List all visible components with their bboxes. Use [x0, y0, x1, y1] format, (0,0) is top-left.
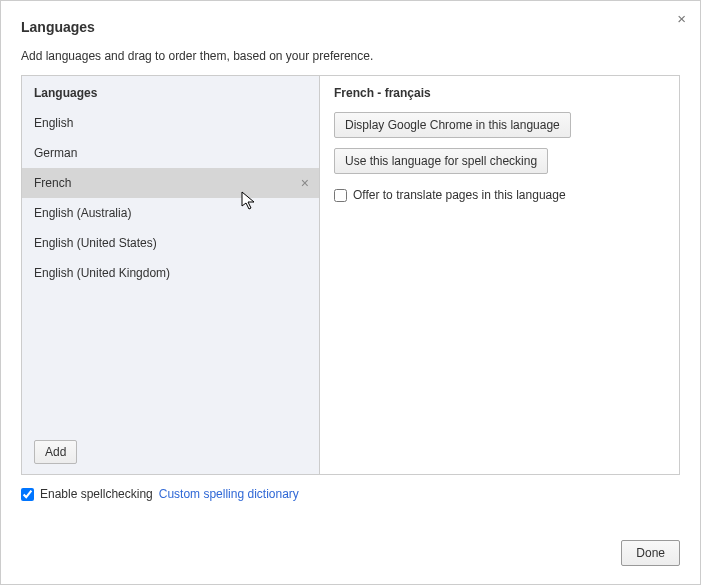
offer-translate-label: Offer to translate pages in this languag…: [353, 188, 566, 202]
language-item[interactable]: English: [22, 108, 319, 138]
language-item-label: French: [34, 176, 71, 190]
remove-language-icon[interactable]: ×: [301, 176, 309, 190]
add-language-button[interactable]: Add: [34, 440, 77, 464]
languages-list-header: Languages: [22, 76, 319, 108]
spellcheck-row: Enable spellchecking Custom spelling dic…: [21, 487, 680, 501]
enable-spellcheck-checkbox[interactable]: [21, 488, 34, 501]
selected-language-title: French - français: [334, 86, 665, 100]
languages-list: EnglishGermanFrench×English (Australia)E…: [22, 108, 319, 430]
languages-dialog: × Languages Add languages and drag to or…: [1, 1, 700, 584]
close-icon[interactable]: ×: [677, 11, 686, 26]
content-box: Languages EnglishGermanFrench×English (A…: [21, 75, 680, 475]
custom-dictionary-link[interactable]: Custom spelling dictionary: [159, 487, 299, 501]
language-item-label: English (United Kingdom): [34, 266, 170, 280]
dialog-subtitle: Add languages and drag to order them, ba…: [21, 49, 680, 63]
offer-translate-checkbox[interactable]: [334, 189, 347, 202]
language-details-pane: French - français Display Google Chrome …: [320, 76, 679, 474]
done-button[interactable]: Done: [621, 540, 680, 566]
dialog-title: Languages: [21, 19, 680, 35]
spell-check-language-button[interactable]: Use this language for spell checking: [334, 148, 548, 174]
add-button-row: Add: [22, 430, 319, 474]
language-item[interactable]: German: [22, 138, 319, 168]
offer-translate-row[interactable]: Offer to translate pages in this languag…: [334, 188, 665, 202]
language-item[interactable]: English (United States): [22, 228, 319, 258]
done-row: Done: [621, 540, 680, 566]
language-item-label: English: [34, 116, 73, 130]
language-item[interactable]: English (Australia): [22, 198, 319, 228]
display-chrome-language-button[interactable]: Display Google Chrome in this language: [334, 112, 571, 138]
language-item[interactable]: French×: [22, 168, 319, 198]
language-item-label: German: [34, 146, 77, 160]
language-item[interactable]: English (United Kingdom): [22, 258, 319, 288]
language-item-label: English (United States): [34, 236, 157, 250]
enable-spellcheck-label: Enable spellchecking: [40, 487, 153, 501]
languages-list-pane: Languages EnglishGermanFrench×English (A…: [22, 76, 320, 474]
language-item-label: English (Australia): [34, 206, 131, 220]
